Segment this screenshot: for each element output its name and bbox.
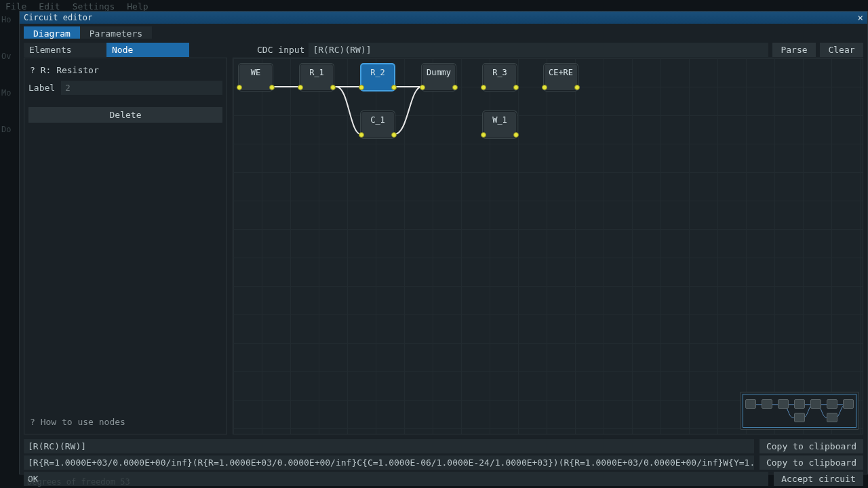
window-title: Circuit editor [24,13,92,22]
status-text: OK [24,472,768,486]
port-out-icon[interactable] [513,85,519,90]
node-W_1[interactable]: W_1 [483,111,517,138]
port-in-icon[interactable] [359,85,364,90]
port-out-icon[interactable] [330,85,336,90]
node-type-header: ? R: Resistor [30,65,222,75]
grid [233,58,863,434]
footer-text: Degrees of freedom 53 [27,477,130,487]
port-in-icon[interactable] [481,132,486,138]
main-tabs: Diagram Parameters [20,24,867,39]
port-out-icon[interactable] [391,85,397,90]
port-out-icon[interactable] [574,85,580,90]
node-Dummy[interactable]: Dummy [422,64,456,91]
node-R_3[interactable]: R_3 [483,64,517,91]
node-WE[interactable]: WE [239,64,273,91]
background-panel: Ho Ov Mo Do [0,12,19,164]
subtab-node[interactable]: Node [106,43,189,57]
port-in-icon[interactable] [237,85,242,90]
node-R_2[interactable]: R_2 [361,64,395,91]
node-canvas[interactable]: WER_1R_2DummyR_3CE+REC_1W_1 [233,58,863,434]
tab-parameters[interactable]: Parameters [80,26,152,39]
cdc-input[interactable] [309,43,768,57]
titlebar[interactable]: Circuit editor × [20,12,867,24]
port-out-icon[interactable] [513,132,519,138]
port-in-icon[interactable] [481,85,486,90]
port-in-icon[interactable] [420,85,425,90]
minimap[interactable] [741,392,859,430]
output-cdc: [R(RC)(RW)] [24,439,754,453]
clear-button[interactable]: Clear [820,43,863,57]
port-in-icon[interactable] [359,132,364,138]
bottom-panel: [R(RC)(RW)] Copy to clipboard [R{R=1.000… [20,439,867,486]
output-expanded: [R{R=1.0000E+03/0.0000E+00/inf}(R{R=1.00… [24,455,754,470]
cdc-label: CDC input [257,45,304,55]
port-in-icon[interactable] [298,85,303,90]
side-panel: ? R: Resistor Label Delete ? How to use … [24,58,227,434]
label-label: Label [28,83,57,93]
circuit-editor-window: Circuit editor × Diagram Parameters Elem… [19,11,868,474]
port-out-icon[interactable] [452,85,458,90]
node-CE+RE[interactable]: CE+RE [544,64,578,91]
port-out-icon[interactable] [269,85,275,90]
subtab-elements[interactable]: Elements [24,43,106,57]
copy-expanded-button[interactable]: Copy to clipboard [760,455,863,470]
subtabs: Elements Node [24,43,211,57]
toolbar: Elements Node CDC input Parse Clear [20,41,867,58]
help-text[interactable]: ? How to use nodes [28,414,222,430]
node-R_1[interactable]: R_1 [300,64,334,91]
delete-button[interactable]: Delete [28,107,222,123]
port-in-icon[interactable] [542,85,547,90]
node-C_1[interactable]: C_1 [361,111,395,138]
label-input[interactable] [61,81,222,95]
close-icon[interactable]: × [858,13,863,22]
parse-button[interactable]: Parse [772,43,816,57]
accept-circuit-button[interactable]: Accept circuit [774,472,863,486]
copy-cdc-button[interactable]: Copy to clipboard [760,439,863,453]
tab-diagram[interactable]: Diagram [24,26,80,39]
port-out-icon[interactable] [391,132,397,138]
